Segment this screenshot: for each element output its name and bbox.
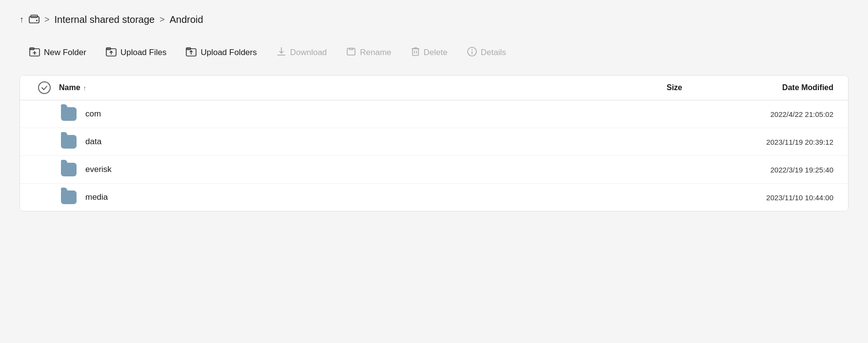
svg-rect-16 bbox=[349, 48, 353, 50]
file-name: everisk bbox=[85, 165, 112, 174]
table-row[interactable]: com 2022/4/22 21:05:02 bbox=[20, 100, 848, 128]
download-button[interactable]: Download bbox=[267, 41, 337, 63]
table-row[interactable]: data 2023/11/19 20:39:12 bbox=[20, 128, 848, 156]
table-row[interactable]: everisk 2022/3/19 19:25:40 bbox=[20, 156, 848, 184]
file-name: data bbox=[85, 137, 101, 147]
new-folder-icon bbox=[29, 46, 40, 58]
file-name: com bbox=[85, 109, 101, 119]
rename-icon bbox=[346, 46, 356, 58]
upload-folders-button[interactable]: Upload Folders bbox=[176, 41, 266, 63]
delete-label: Delete bbox=[424, 48, 448, 57]
file-list-container: Name ↑ Size Date Modified com 2022/4/22 … bbox=[20, 75, 848, 211]
folder-icon bbox=[61, 107, 77, 121]
select-all-checkbox[interactable] bbox=[30, 81, 59, 94]
folder-icon-cell bbox=[59, 107, 77, 121]
upload-files-icon bbox=[106, 46, 117, 58]
column-date-label: Date Modified bbox=[782, 83, 833, 92]
column-name-header[interactable]: Name ↑ bbox=[59, 83, 614, 92]
toolbar: New Folder Upload Files bbox=[20, 41, 848, 63]
file-date: 2023/11/10 10:44:00 bbox=[702, 193, 838, 202]
column-date-header[interactable]: Date Modified bbox=[702, 83, 838, 92]
svg-point-2 bbox=[36, 20, 38, 21]
breadcrumb: ↑ > Internal shared storage > Android bbox=[20, 14, 848, 26]
upload-files-button[interactable]: Upload Files bbox=[96, 41, 177, 63]
folder-icon-cell bbox=[59, 135, 77, 149]
delete-icon bbox=[411, 46, 420, 58]
folder-icon bbox=[61, 191, 77, 204]
up-icon[interactable]: ↑ bbox=[20, 15, 24, 25]
upload-files-label: Upload Files bbox=[120, 48, 167, 57]
folder-icon-cell bbox=[59, 163, 77, 176]
file-date: 2022/4/22 21:05:02 bbox=[702, 110, 838, 118]
file-date: 2022/3/19 19:25:40 bbox=[702, 166, 838, 174]
upload-folders-icon bbox=[186, 46, 197, 58]
download-label: Download bbox=[290, 48, 327, 57]
folder-icon-cell bbox=[59, 191, 77, 204]
drive-icon[interactable] bbox=[29, 14, 39, 26]
upload-folders-label: Upload Folders bbox=[200, 48, 256, 57]
check-circle-all[interactable] bbox=[38, 81, 51, 94]
details-label: Details bbox=[481, 48, 506, 57]
delete-button[interactable]: Delete bbox=[401, 41, 457, 63]
breadcrumb-root[interactable]: Internal shared storage bbox=[55, 14, 155, 25]
main-container: ↑ > Internal shared storage > Android bbox=[0, 0, 868, 343]
download-icon bbox=[276, 46, 286, 58]
folder-icon bbox=[61, 163, 77, 176]
breadcrumb-current: Android bbox=[170, 14, 203, 25]
folder-icon bbox=[61, 135, 77, 149]
rename-button[interactable]: Rename bbox=[336, 41, 401, 63]
column-name-label: Name bbox=[59, 83, 80, 92]
breadcrumb-separator-1: > bbox=[44, 15, 50, 25]
details-icon bbox=[467, 47, 477, 58]
file-date: 2023/11/19 20:39:12 bbox=[702, 138, 838, 146]
file-list-header: Name ↑ Size Date Modified bbox=[20, 76, 848, 100]
breadcrumb-separator-2: > bbox=[159, 15, 165, 25]
new-folder-label: New Folder bbox=[44, 48, 86, 57]
column-size-header[interactable]: Size bbox=[614, 83, 702, 92]
file-name: media bbox=[85, 192, 108, 202]
column-size-label: Size bbox=[667, 83, 682, 92]
table-row[interactable]: media 2023/11/10 10:44:00 bbox=[20, 184, 848, 211]
sort-asc-icon: ↑ bbox=[83, 84, 87, 92]
svg-rect-18 bbox=[413, 49, 418, 56]
svg-point-26 bbox=[472, 49, 473, 50]
details-button[interactable]: Details bbox=[457, 42, 516, 63]
svg-rect-15 bbox=[347, 48, 355, 55]
new-folder-button[interactable]: New Folder bbox=[20, 41, 96, 63]
rename-label: Rename bbox=[360, 48, 391, 57]
